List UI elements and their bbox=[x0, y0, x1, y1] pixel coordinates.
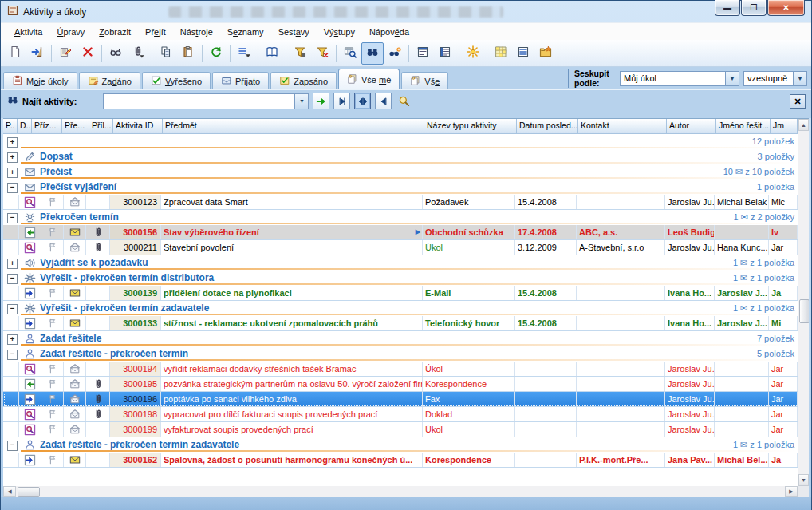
activity-subject[interactable]: stížnost - reklamace ukotvení zpomalovac… bbox=[161, 316, 423, 330]
paste-button[interactable] bbox=[177, 42, 199, 65]
column-header[interactable]: Jm bbox=[771, 119, 798, 133]
address-book-button[interactable] bbox=[261, 42, 283, 65]
report-grid-button[interactable] bbox=[434, 42, 456, 65]
envelope-open-icon[interactable] bbox=[64, 195, 86, 209]
envelope-open-icon[interactable] bbox=[64, 422, 86, 437]
delete-button[interactable] bbox=[77, 42, 99, 65]
list-view-button[interactable] bbox=[233, 42, 255, 65]
horizontal-scroll-thumb[interactable] bbox=[18, 487, 40, 497]
vertical-scrollbar[interactable]: ▲ ▼ bbox=[798, 119, 809, 486]
envelope-yellow-icon[interactable] bbox=[64, 225, 86, 239]
group-label[interactable]: Přečíst vyjádření bbox=[40, 181, 116, 192]
find-button[interactable] bbox=[361, 42, 384, 65]
activity-subject[interactable]: Zpracovat data Smart bbox=[161, 195, 423, 209]
menu-pejt[interactable]: Přejít bbox=[138, 25, 173, 39]
column-header[interactable]: Datum posled... bbox=[517, 119, 578, 133]
activity-row[interactable]: 3000198vypracovat pro dílčí fakturaci so… bbox=[3, 407, 809, 422]
activity-subject[interactable]: vyfakturovat soupis provedených prací bbox=[161, 422, 423, 437]
new-activity-button[interactable] bbox=[4, 42, 26, 65]
group-expand-toggle[interactable]: + bbox=[7, 152, 18, 163]
filter-off-button[interactable] bbox=[311, 42, 333, 65]
activity-row[interactable]: 3000156Stav výběrového řízení▶Obchodní s… bbox=[3, 225, 809, 240]
envelope-open-icon[interactable] bbox=[64, 407, 86, 421]
group-label[interactable]: Dopsat bbox=[40, 151, 73, 162]
column-header[interactable]: Příz... bbox=[32, 119, 62, 133]
refresh-button[interactable] bbox=[205, 42, 227, 65]
attachment-button[interactable] bbox=[127, 42, 149, 65]
column-header[interactable]: Autor bbox=[667, 119, 716, 133]
group-label[interactable]: Zadat řešitele - překročen termín bbox=[40, 348, 188, 359]
scroll-down-arrow[interactable]: ▼ bbox=[798, 474, 809, 486]
activity-row[interactable]: 3000123Zpracovat data SmartPožadavek15.4… bbox=[3, 195, 809, 210]
tab-zad-no[interactable]: Zadáno bbox=[79, 72, 140, 89]
envelope-yellow-icon[interactable] bbox=[64, 453, 86, 467]
status-in-icon[interactable] bbox=[19, 225, 41, 239]
group-expand-toggle[interactable]: + bbox=[7, 334, 18, 345]
chevron-down-icon[interactable]: ▼ bbox=[294, 94, 308, 109]
flag-icon[interactable] bbox=[41, 240, 64, 255]
horizontal-scrollbar[interactable]: ◀ ▶ bbox=[3, 486, 809, 497]
envelope-open-icon[interactable] bbox=[64, 392, 86, 406]
menu-sestavy[interactable]: Sestavy bbox=[271, 25, 317, 39]
status-detail-icon[interactable] bbox=[19, 240, 41, 255]
column-header[interactable]: Kontakt bbox=[578, 119, 667, 133]
activity-row[interactable]: 3000162Spalovna, žádost o posunutí harmo… bbox=[3, 453, 809, 468]
activity-subject[interactable]: přidělení dotace na plynofikaci bbox=[161, 286, 423, 300]
activity-row[interactable]: 3000194vyřídit reklamaci dodávky střešní… bbox=[3, 362, 809, 377]
minimize-button[interactable]: ▬ bbox=[715, 0, 740, 16]
status-detail-icon[interactable] bbox=[19, 362, 41, 376]
alarm-button[interactable] bbox=[462, 42, 484, 65]
scroll-left-arrow[interactable]: ◀ bbox=[3, 486, 16, 497]
activity-row[interactable]: 3000139přidělení dotace na plynofikaciE-… bbox=[3, 286, 809, 301]
maximize-button[interactable]: ❐ bbox=[741, 0, 767, 16]
group-label[interactable]: Zadat řešitele bbox=[40, 333, 101, 344]
find-in-table-button[interactable] bbox=[339, 42, 361, 65]
activity-row[interactable]: 3000195pozvánka strategickým partnerům n… bbox=[3, 377, 809, 392]
menu-pravy[interactable]: Úpravy bbox=[49, 25, 92, 39]
tab-moje-koly[interactable]: Moje úkoly bbox=[3, 72, 77, 89]
envelope-yellow-icon[interactable] bbox=[64, 286, 86, 300]
group-label[interactable]: Vyjádřit se k požadavku bbox=[40, 257, 148, 268]
notes-panel-button[interactable] bbox=[512, 42, 534, 65]
tab-zaps-no[interactable]: Zapsáno bbox=[270, 72, 337, 89]
activity-subject[interactable]: vyřídit reklamaci dodávky střešních taše… bbox=[161, 362, 423, 376]
status-in-icon[interactable] bbox=[19, 377, 41, 391]
tab-v-e[interactable]: Vše bbox=[401, 72, 448, 89]
flag-icon[interactable] bbox=[41, 407, 64, 421]
flag-icon[interactable] bbox=[41, 286, 64, 300]
status-detail-icon[interactable] bbox=[19, 195, 41, 209]
report-list-button[interactable] bbox=[412, 42, 434, 65]
activity-subject[interactable]: Stavební povolení bbox=[161, 240, 423, 255]
copy-button[interactable] bbox=[155, 42, 177, 65]
search-input[interactable] bbox=[104, 94, 294, 109]
group-expand-toggle[interactable]: + bbox=[7, 168, 18, 178]
flag-icon[interactable] bbox=[41, 225, 64, 239]
activity-subject[interactable]: pozvánka strategickým partnerům na oslav… bbox=[161, 377, 423, 391]
group-expand-toggle[interactable]: + bbox=[7, 137, 18, 148]
activity-row[interactable]: 3000211Stavební povoleníÚkol3.12.2009A-S… bbox=[3, 240, 809, 255]
column-header[interactable]: Pře... bbox=[62, 119, 89, 133]
status-detail-icon[interactable] bbox=[19, 407, 41, 421]
search-forward-button[interactable] bbox=[333, 93, 350, 109]
vertical-scroll-thumb[interactable] bbox=[799, 299, 809, 323]
column-header[interactable]: Předmět bbox=[163, 119, 424, 133]
group-label[interactable]: Zadat řešitele - překročen termín zadava… bbox=[40, 439, 239, 450]
activity-subject[interactable]: vypracovat pro dílčí fakturaci soupis pr… bbox=[161, 407, 423, 421]
preview-button[interactable] bbox=[104, 42, 127, 65]
chevron-down-icon[interactable]: ▼ bbox=[725, 72, 739, 85]
activity-row[interactable]: 3000196poptávka po sanaci vllhkého zdiva… bbox=[3, 392, 809, 407]
group-expand-toggle[interactable]: − bbox=[7, 274, 18, 284]
group-expand-toggle[interactable]: − bbox=[7, 183, 18, 193]
menu-nstroje[interactable]: Nástroje bbox=[173, 25, 220, 39]
open-activity-button[interactable] bbox=[26, 42, 49, 65]
activity-row[interactable]: 3000199vyfakturovat soupis provedených p… bbox=[3, 422, 809, 437]
filter-button[interactable] bbox=[289, 42, 311, 65]
column-header[interactable]: Jméno řešit... bbox=[716, 119, 771, 133]
activity-subject[interactable]: poptávka po sanaci vllhkého zdiva bbox=[161, 392, 423, 406]
flag-icon[interactable] bbox=[41, 422, 64, 437]
scroll-up-arrow[interactable]: ▲ bbox=[798, 119, 809, 131]
group-by-order-combo[interactable]: vzestupně ▼ bbox=[743, 71, 807, 86]
column-header[interactable]: Název typu aktivity bbox=[424, 119, 517, 133]
group-expand-toggle[interactable]: + bbox=[7, 259, 18, 269]
flag-icon[interactable] bbox=[41, 453, 64, 467]
